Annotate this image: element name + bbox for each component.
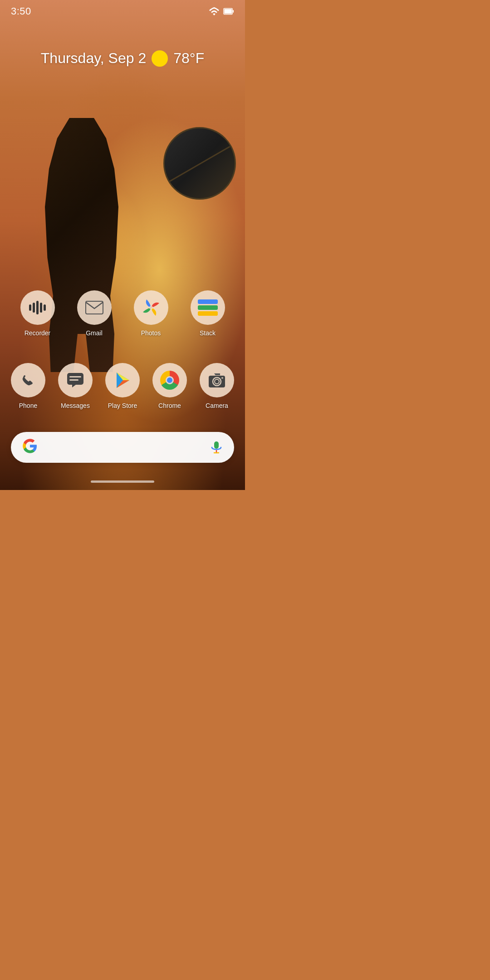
chrome-center — [166, 376, 174, 384]
chrome-icon-circle — [152, 363, 187, 397]
gmail-label: Gmail — [86, 329, 103, 337]
playstore-icon-circle — [105, 363, 140, 397]
stack-label: Stack — [200, 329, 216, 337]
app-photos[interactable]: Photos — [131, 290, 172, 337]
svg-rect-16 — [214, 441, 219, 449]
battery-icon — [223, 7, 234, 16]
weather-sun-icon — [152, 50, 168, 67]
date-weather-widget: Thursday, Sep 2 78°F — [0, 50, 245, 67]
phone-icon-circle — [11, 363, 45, 397]
home-indicator — [91, 480, 154, 483]
status-icons — [209, 7, 234, 16]
app-row-2: Phone Messages Play Store — [0, 363, 245, 409]
gmail-icon — [85, 300, 104, 315]
phone-label: Phone — [19, 402, 37, 409]
wifi-icon — [209, 7, 220, 16]
svg-rect-2 — [224, 9, 232, 14]
camera-icon-circle — [200, 363, 234, 397]
recorder-waveform-icon — [29, 301, 46, 314]
date-text: Thursday, Sep 2 78°F — [0, 50, 245, 67]
date-label: Thursday, Sep 2 — [41, 50, 146, 67]
recorder-icon-circle — [20, 290, 55, 325]
svg-point-4 — [149, 306, 153, 309]
photos-label: Photos — [141, 329, 161, 337]
playstore-icon — [113, 371, 132, 390]
status-time: 3:50 — [11, 5, 31, 17]
camera-label: Camera — [206, 402, 228, 409]
app-stack[interactable]: Stack — [187, 290, 228, 337]
svg-rect-7 — [69, 379, 78, 381]
app-messages[interactable]: Messages — [55, 363, 96, 409]
messages-label: Messages — [61, 402, 90, 409]
app-playstore[interactable]: Play Store — [102, 363, 143, 409]
chrome-icon — [160, 371, 179, 390]
gmail-icon-circle — [77, 290, 112, 325]
stack-icon-circle — [191, 290, 225, 325]
svg-point-15 — [221, 377, 223, 379]
stack-layers-icon — [198, 299, 218, 316]
photos-icon — [141, 297, 162, 318]
recorder-label: Recorder — [24, 329, 51, 337]
app-camera[interactable]: Camera — [196, 363, 237, 409]
photos-icon-circle — [134, 290, 168, 325]
status-bar: 3:50 — [0, 0, 245, 23]
svg-rect-6 — [69, 376, 81, 377]
svg-rect-1 — [232, 10, 234, 13]
mic-icon[interactable] — [210, 441, 223, 454]
svg-rect-3 — [86, 301, 103, 314]
chrome-label: Chrome — [158, 402, 181, 409]
wallpaper-shield — [163, 127, 236, 200]
app-recorder[interactable]: Recorder — [17, 290, 58, 337]
search-bar[interactable] — [11, 432, 234, 463]
svg-rect-5 — [67, 373, 83, 385]
messages-icon — [66, 372, 85, 389]
app-row-1: Recorder Gmail — [0, 290, 245, 337]
app-phone[interactable]: Phone — [8, 363, 49, 409]
playstore-label: Play Store — [108, 402, 137, 409]
messages-icon-circle — [58, 363, 93, 397]
camera-icon — [207, 372, 226, 389]
temperature-label: 78°F — [173, 50, 204, 67]
phone-icon — [20, 372, 37, 389]
google-logo — [22, 438, 38, 457]
app-chrome[interactable]: Chrome — [149, 363, 190, 409]
app-gmail[interactable]: Gmail — [74, 290, 115, 337]
